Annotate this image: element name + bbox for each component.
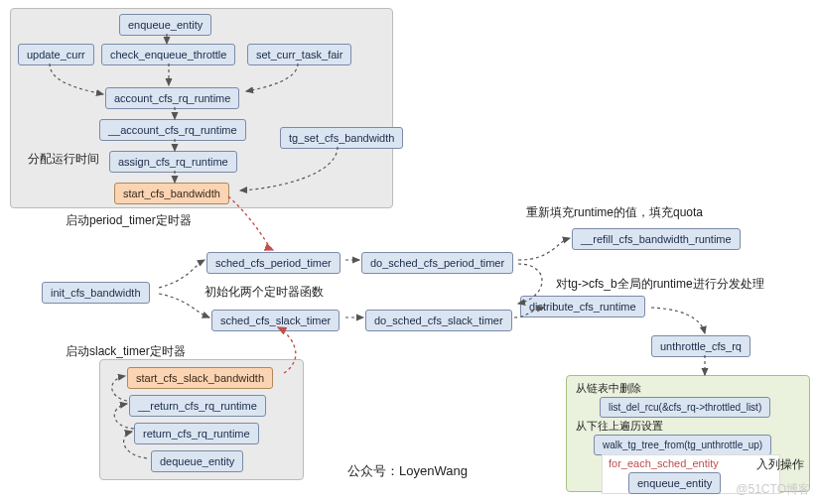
node-account-cfs-rq-runtime: account_cfs_rq_runtime — [105, 87, 239, 109]
node-start-cfs-slack-bandwidth: start_cfs_slack_bandwidth — [127, 367, 273, 389]
label-distribute-desc: 对tg->cfs_b全局的runtime进行分发处理 — [556, 276, 764, 293]
label-from-list-delete: 从链表中删除 — [576, 381, 641, 396]
node-start-cfs-bandwidth: start_cfs_bandwidth — [114, 183, 229, 204]
watermark: @51CTO博客 — [736, 481, 810, 498]
node-do-sched-cfs-slack-timer: do_sched_cfs_slack_timer — [365, 310, 512, 331]
node-tg-set-cfs-bandwidth: tg_set_cfs_bandwidth — [280, 127, 403, 149]
node-enqueue-entity: enqueue_entity — [119, 14, 211, 36]
node-list-del-rcu: list_del_rcu(&cfs_rq->throttled_list) — [600, 397, 770, 418]
label-assign-runtime: 分配运行时间 — [28, 151, 99, 168]
node-distribute-cfs-runtime: distribute_cfs_runtime — [520, 296, 645, 317]
label-enqueue-op: 入列操作 — [756, 456, 804, 473]
node-assign-cfs-rq-runtime: assign_cfs_rq_runtime — [109, 151, 237, 173]
label-init-two-timers: 初始化两个定时器函数 — [204, 284, 324, 301]
node-__return-cfs-rq-runtime: __return_cfs_rq_runtime — [129, 395, 266, 417]
node-init-cfs-bandwidth: init_cfs_bandwidth — [42, 282, 150, 304]
label-credit: 公众号：LoyenWang — [347, 462, 468, 480]
node-do-sched-cfs-period-timer: do_sched_cfs_period_timer — [361, 252, 513, 274]
label-start-slack-timer: 启动slack_timer定时器 — [66, 343, 186, 360]
node-walk-tg-tree-from: walk_tg_tree_from(tg_unthrottle_up) — [594, 435, 771, 455]
node-return-cfs-rq-runtime: return_cfs_rq_runtime — [134, 423, 259, 444]
label-refill-desc: 重新填充runtime的值，填充quota — [526, 204, 703, 221]
node-dequeue-entity: dequeue_entity — [151, 450, 243, 472]
node-sched-cfs-period-timer: sched_cfs_period_timer — [206, 252, 341, 274]
label-for-each-sched-entity: for_each_sched_entity — [609, 457, 719, 469]
node-unthrottle-cfs-rq: unthrottle_cfs_rq — [651, 335, 750, 357]
label-from-bottom-traverse: 从下往上遍历设置 — [576, 419, 663, 434]
node-sched-cfs-slack-timer: sched_cfs_slack_timer — [211, 310, 340, 331]
node-update-curr: update_curr — [18, 44, 94, 65]
node-enqueue-entity-2: enqueue_entity — [628, 472, 721, 494]
node-check-enqueue-throttle: check_enqueue_throttle — [101, 44, 235, 65]
node-refill-cfs-bandwidth-runtime: __refill_cfs_bandwidth_runtime — [572, 228, 741, 250]
label-start-period-timer: 启动period_timer定时器 — [66, 212, 192, 229]
node-__account-cfs-rq-runtime: __account_cfs_rq_runtime — [99, 119, 246, 141]
node-set-curr-task-fair: set_curr_task_fair — [247, 44, 351, 65]
